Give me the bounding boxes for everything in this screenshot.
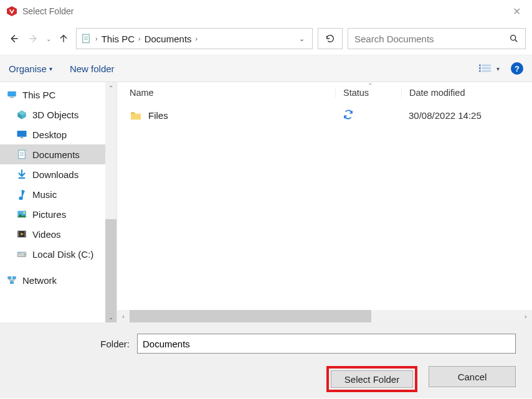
svg-rect-18 — [17, 131, 27, 137]
view-options-button[interactable]: ▾ — [479, 63, 500, 73]
up-button[interactable] — [56, 31, 71, 46]
tree-item-3d-objects[interactable]: 3D Objects — [0, 105, 105, 124]
arrow-right-icon — [28, 33, 39, 44]
tree-scrollbar[interactable]: ⌃ ⌄ — [105, 82, 116, 322]
file-list: Name ⌃ Status Date modified Files 30/08/… — [117, 82, 532, 322]
scrollbar-thumb[interactable] — [130, 310, 371, 322]
tree-item-label: Network — [22, 275, 57, 286]
svg-rect-9 — [479, 67, 481, 69]
svg-rect-10 — [482, 67, 492, 69]
svg-rect-34 — [19, 252, 21, 253]
organise-menu[interactable]: Organise ▾ — [9, 63, 52, 74]
address-dropdown[interactable]: ⌄ — [295, 35, 308, 43]
cancel-button[interactable]: Cancel — [429, 366, 516, 387]
tree-item-label: Desktop — [32, 129, 67, 140]
column-header-name-label: Name — [130, 88, 154, 98]
tree-item-downloads[interactable]: Downloads — [0, 164, 105, 184]
new-folder-button[interactable]: New folder — [70, 63, 115, 74]
address-bar[interactable]: › This PC › Documents › ⌄ — [76, 28, 313, 49]
tree-item-label: Videos — [32, 229, 61, 240]
tree-root-label: This PC — [22, 90, 55, 100]
video-icon — [16, 228, 27, 240]
music-icon — [16, 189, 27, 200]
chevron-right-icon[interactable]: › — [194, 35, 199, 42]
tree-item-desktop[interactable]: Desktop — [0, 124, 105, 144]
svg-point-33 — [24, 254, 26, 255]
nav-row: ⌄ › This PC › Documents › ⌄ — [0, 22, 532, 55]
download-icon — [16, 169, 27, 180]
window-title: Select Folder — [22, 6, 74, 16]
body-area: This PC 3D Objects Desktop Documents Dow… — [0, 82, 532, 322]
close-button[interactable]: ✕ — [508, 3, 526, 20]
pc-icon — [6, 89, 17, 100]
file-list-rows: Files 30/08/2022 14:25 — [117, 103, 532, 310]
picture-icon — [16, 209, 27, 220]
forward-button[interactable] — [26, 31, 41, 46]
sync-icon — [343, 109, 354, 120]
horizontal-scrollbar[interactable]: ‹ › — [117, 310, 532, 322]
file-name: Files — [148, 110, 168, 121]
tree-item-label: Music — [32, 189, 57, 200]
svg-rect-30 — [25, 231, 26, 238]
file-row[interactable]: Files 30/08/2022 14:25 — [117, 103, 532, 127]
svg-rect-1 — [83, 34, 90, 43]
scroll-up-button[interactable]: ⌃ — [105, 82, 116, 93]
svg-rect-29 — [17, 231, 19, 238]
sort-indicator-icon: ⌃ — [368, 82, 373, 89]
search-icon[interactable] — [509, 34, 519, 44]
scrollbar-thumb[interactable] — [105, 219, 116, 322]
svg-rect-7 — [479, 65, 481, 67]
svg-rect-11 — [479, 70, 481, 72]
svg-line-6 — [515, 40, 517, 42]
scrollbar-track[interactable] — [130, 310, 520, 322]
svg-marker-0 — [7, 7, 17, 16]
folder-name-input[interactable] — [137, 334, 516, 354]
tree-item-documents[interactable]: Documents — [0, 144, 105, 164]
back-button[interactable] — [6, 31, 21, 46]
svg-point-27 — [23, 212, 25, 214]
column-header-date[interactable]: Date modified — [401, 88, 532, 98]
tree-item-network[interactable]: Network — [0, 270, 105, 290]
tree-root-this-pc[interactable]: This PC — [0, 85, 105, 105]
arrow-left-icon — [8, 33, 19, 44]
tree-item-pictures[interactable]: Pictures — [0, 204, 105, 224]
cube-icon — [16, 109, 27, 120]
document-icon — [16, 149, 27, 160]
document-location-icon — [80, 33, 92, 44]
organise-label: Organise — [9, 63, 47, 74]
scroll-right-button[interactable]: › — [520, 313, 532, 320]
tree-item-label: Documents — [32, 149, 80, 160]
recent-locations-dropdown[interactable]: ⌄ — [46, 35, 51, 42]
file-date: 30/08/2022 14:25 — [409, 110, 482, 121]
tree-item-videos[interactable]: Videos — [0, 224, 105, 244]
search-input[interactable] — [354, 34, 509, 44]
chevron-right-icon[interactable]: › — [137, 35, 142, 42]
select-folder-button[interactable]: Select Folder — [331, 370, 413, 388]
disk-icon — [16, 248, 27, 260]
tree-item-label: Local Disk (C:) — [32, 249, 93, 260]
tree-item-music[interactable]: Music — [0, 184, 105, 204]
chevron-right-icon[interactable]: › — [94, 35, 99, 42]
tree-item-label: 3D Objects — [32, 110, 78, 120]
breadcrumb-documents[interactable]: Documents — [142, 34, 194, 44]
app-icon — [6, 6, 17, 17]
column-header-name[interactable]: Name — [117, 88, 335, 98]
refresh-button[interactable] — [318, 28, 343, 49]
toolbar: Organise ▾ New folder ▾ ? — [0, 55, 532, 82]
network-icon — [6, 275, 17, 286]
desktop-icon — [16, 129, 27, 140]
breadcrumb-this-pc[interactable]: This PC — [99, 34, 137, 44]
svg-rect-13 — [7, 92, 16, 96]
help-button[interactable]: ? — [511, 62, 523, 75]
column-header-status[interactable]: Status — [335, 88, 401, 98]
scroll-down-button[interactable]: ⌄ — [105, 311, 116, 322]
tree-item-label: Downloads — [32, 169, 78, 180]
scroll-left-button[interactable]: ‹ — [117, 313, 130, 320]
svg-rect-35 — [7, 276, 11, 279]
tree-item-label: Pictures — [32, 209, 66, 220]
tree-item-local-disk[interactable]: Local Disk (C:) — [0, 244, 105, 264]
search-box[interactable] — [348, 28, 526, 49]
navigation-tree: This PC 3D Objects Desktop Documents Dow… — [0, 82, 117, 322]
folder-field-label: Folder: — [9, 339, 137, 349]
svg-rect-8 — [482, 65, 492, 67]
